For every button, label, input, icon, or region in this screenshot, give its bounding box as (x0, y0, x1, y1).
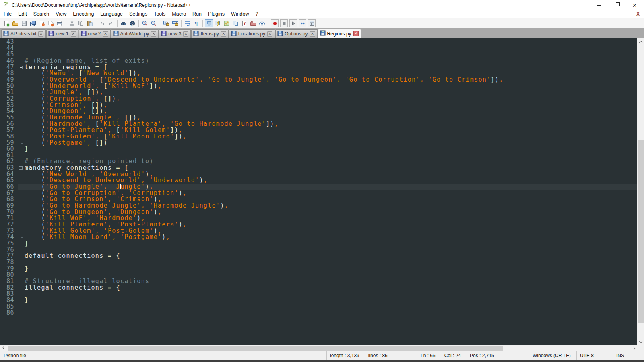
macro-play-icon[interactable] (289, 19, 297, 27)
code-line[interactable]: 74 ('Kill Moon Lord', 'Postgame'), (0, 234, 637, 241)
open-folder-icon[interactable] (11, 19, 19, 27)
cut-icon[interactable] (68, 19, 76, 27)
tab-new-2[interactable]: new 2✕ (79, 29, 111, 38)
new-file-icon[interactable] (2, 19, 10, 27)
save-icon[interactable] (20, 19, 28, 27)
show-indent-guide-icon[interactable] (205, 19, 213, 27)
fold-margin (18, 121, 25, 128)
tab-regions-py[interactable]: Regions.py✕ (318, 29, 361, 38)
document-list-icon[interactable] (231, 19, 239, 27)
menu-item-window[interactable]: Window (228, 10, 252, 18)
tab-locations-py[interactable]: Locations.py✕ (229, 29, 275, 38)
scroll-right-icon[interactable] (630, 345, 637, 351)
svg-text:ab: ab (131, 24, 134, 27)
scroll-down-icon[interactable] (637, 338, 644, 345)
find-icon[interactable] (120, 19, 128, 27)
print-icon[interactable] (56, 19, 64, 27)
fold-margin (18, 171, 25, 178)
tab-close-icon[interactable]: ✕ (221, 31, 226, 37)
horizontal-scroll-thumb[interactable] (8, 346, 503, 351)
fold-margin (18, 51, 25, 58)
code-line[interactable]: 84} (0, 297, 637, 304)
menu-item-file[interactable]: File (0, 10, 15, 18)
code-line[interactable]: 86 (0, 310, 637, 316)
code-line[interactable]: 75] (0, 241, 637, 247)
menu-item-edit[interactable]: Edit (15, 10, 30, 18)
word-wrap-icon[interactable] (184, 19, 192, 27)
menu-item-run[interactable]: Run (189, 10, 205, 18)
tab-items-py[interactable]: Items.py✕ (191, 29, 228, 38)
restore-button[interactable] (607, 0, 625, 10)
code-area[interactable]: 43444546# (Region name, list of exits)47… (0, 38, 637, 345)
code-line[interactable]: 43 (0, 39, 637, 45)
sync-scroll-horizontal-icon[interactable] (171, 19, 179, 27)
menu-item-tools[interactable]: Tools (151, 10, 169, 18)
scroll-up-icon[interactable] (637, 38, 644, 45)
fold-collapse-icon[interactable] (19, 66, 23, 69)
vertical-scroll-thumb[interactable] (638, 140, 644, 323)
code-line[interactable]: 83 (0, 291, 637, 297)
tab-close-icon[interactable]: ✕ (103, 31, 108, 37)
zoom-out-icon[interactable] (150, 19, 158, 27)
macro-record-icon[interactable] (271, 19, 279, 27)
tab-close-icon[interactable]: ✕ (151, 31, 156, 37)
undo-icon[interactable] (98, 19, 106, 27)
menu-item-language[interactable]: Language (97, 10, 126, 18)
tab-autoworld-py[interactable]: AutoWorld.py✕ (111, 29, 159, 38)
document-map-icon[interactable] (223, 19, 231, 27)
tab-close-icon[interactable]: ✕ (267, 31, 272, 37)
menu-item-plugins[interactable]: Plugins (205, 10, 228, 18)
function-completion-icon[interactable] (214, 19, 222, 27)
menu-item-[interactable]: ? (252, 10, 262, 18)
close-document-icon[interactable] (38, 19, 46, 27)
code-line[interactable]: 85 (0, 304, 637, 310)
code-line[interactable]: 60] (0, 146, 637, 152)
show-all-characters-icon[interactable]: ¶ (192, 19, 200, 27)
save-all-icon[interactable] (29, 19, 37, 27)
tab-close-icon[interactable]: ✕ (71, 31, 76, 37)
copy-icon[interactable] (77, 19, 85, 27)
menubar-close-icon[interactable]: X (632, 11, 644, 17)
menu-item-view[interactable]: View (52, 10, 70, 18)
zoom-in-icon[interactable] (141, 19, 149, 27)
code-line[interactable]: 82illegal_connections = { (0, 285, 637, 291)
menu-item-settings[interactable]: Settings (126, 10, 151, 18)
floppy-violet-icon (81, 31, 87, 37)
tab-close-icon[interactable]: ✕ (183, 31, 188, 37)
close-button[interactable]: ✕ (625, 0, 644, 10)
paste-icon[interactable] (86, 19, 94, 27)
code-line[interactable]: 78 (0, 259, 637, 266)
menu-item-macro[interactable]: Macro (169, 10, 189, 18)
fold-margin (18, 96, 25, 102)
scroll-left-icon[interactable] (0, 345, 7, 351)
redo-icon[interactable] (107, 19, 115, 27)
tab-options-py[interactable]: Options.py✕ (275, 29, 317, 38)
code-line[interactable]: 79} (0, 266, 637, 272)
vertical-scrollbar[interactable] (637, 38, 644, 345)
menu-item-search[interactable]: Search (30, 10, 53, 18)
tab-new-3[interactable]: new 3✕ (159, 29, 191, 38)
replace-icon[interactable]: ab (128, 19, 136, 27)
menu-item-encoding[interactable]: Encoding (70, 10, 97, 18)
toolbar: ab¶f (0, 18, 644, 28)
monitoring-icon[interactable] (258, 19, 266, 27)
macro-run-multiple-icon[interactable] (299, 19, 306, 27)
tab-close-icon[interactable]: ✕ (38, 31, 43, 37)
close-all-documents-icon[interactable] (47, 19, 55, 27)
macro-stop-icon[interactable] (280, 19, 288, 27)
code-line[interactable]: 44 (0, 45, 637, 52)
tab-new-1[interactable]: new 1✕ (46, 29, 78, 38)
minimize-button[interactable] (589, 0, 607, 10)
folder-as-workspace-icon[interactable] (249, 19, 257, 27)
tab-ap-ideas-txt[interactable]: AP Ideas.txt✕ (1, 29, 46, 38)
function-list-icon[interactable]: f (240, 19, 248, 27)
macro-save-icon[interactable] (308, 19, 316, 27)
code-line[interactable]: 77default_connections = { (0, 253, 637, 259)
horizontal-scrollbar[interactable] (0, 345, 644, 351)
status-insert-mode: INS (613, 351, 644, 360)
code-line[interactable]: 59 ('Postgame', []) (0, 140, 637, 146)
tab-close-icon[interactable]: ✕ (353, 31, 359, 36)
fold-collapse-icon[interactable] (19, 166, 23, 170)
sync-scroll-vertical-icon[interactable] (162, 19, 170, 27)
tab-close-icon[interactable]: ✕ (310, 31, 315, 37)
